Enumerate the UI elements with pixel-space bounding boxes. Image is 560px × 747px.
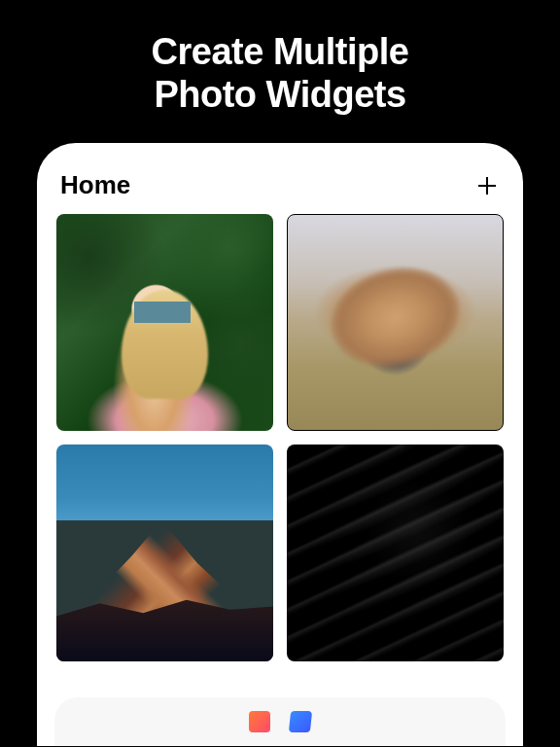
page-title: Home	[60, 170, 130, 200]
app-icon-orange[interactable]	[249, 711, 270, 732]
bottom-tab-bar	[54, 697, 506, 746]
plus-icon	[475, 174, 499, 197]
photo-widget-hair-field[interactable]	[287, 214, 504, 431]
device-frame: Home	[37, 143, 523, 746]
headline-line-2: Photo Widgets	[0, 74, 560, 117]
add-widget-button[interactable]	[474, 173, 500, 198]
app-icon-blue[interactable]	[289, 711, 312, 732]
marketing-headline: Create Multiple Photo Widgets	[0, 0, 560, 143]
app-header: Home	[54, 170, 506, 214]
photo-widget-sand-ripples[interactable]	[287, 445, 504, 661]
photo-widget-portrait-foliage[interactable]	[56, 214, 273, 431]
widget-grid	[54, 214, 506, 661]
photo-widget-mountain[interactable]	[56, 445, 273, 661]
headline-line-1: Create Multiple	[0, 31, 560, 74]
